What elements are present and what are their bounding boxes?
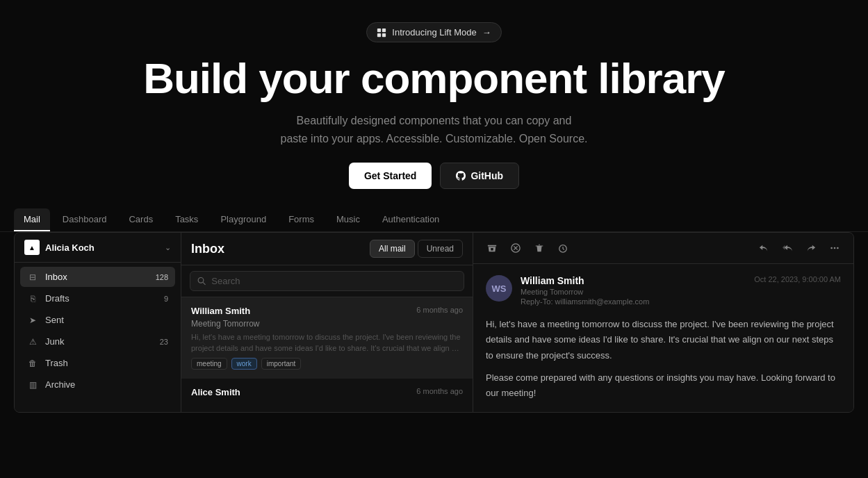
nav-label-junk: Junk bbox=[45, 336, 153, 347]
hero-buttons: Get Started GitHub bbox=[14, 163, 854, 189]
mail-date: 6 months ago bbox=[416, 306, 463, 314]
junk-icon: ⚠ bbox=[27, 337, 38, 347]
user-avatar-icon: ▲ bbox=[24, 240, 40, 255]
hero-subtitle: Beautifully designed components that you… bbox=[14, 112, 854, 147]
detail-panel: WS William Smith Meeting Tomorrow Reply-… bbox=[473, 233, 853, 412]
sidebar-nav: ⊟ Inbox 128 ⎘ Drafts 9 ➤ Sent ⚠ Junk 23 … bbox=[15, 263, 181, 412]
sidebar-item-trash[interactable]: 🗑 Trash bbox=[20, 353, 175, 373]
sidebar-item-junk[interactable]: ⚠ Junk 23 bbox=[20, 331, 175, 352]
hero-title: Build your component library bbox=[14, 55, 854, 102]
svg-line-5 bbox=[203, 283, 205, 285]
tag-important: important bbox=[261, 358, 302, 370]
svg-point-4 bbox=[198, 278, 204, 283]
tab-all-mail[interactable]: All mail bbox=[370, 240, 415, 258]
tab-playground[interactable]: Playground bbox=[211, 208, 276, 231]
tab-mail[interactable]: Mail bbox=[14, 208, 50, 231]
detail-mail-header: WS William Smith Meeting Tomorrow Reply-… bbox=[486, 275, 841, 306]
tab-cards[interactable]: Cards bbox=[119, 208, 163, 231]
get-started-button[interactable]: Get Started bbox=[349, 163, 432, 189]
toolbar-right bbox=[753, 238, 845, 258]
mail-app: ▲ Alicia Koch ⌄ ⊟ Inbox 128 ⎘ Drafts 9 ➤… bbox=[14, 232, 854, 413]
nav-label-inbox: Inbox bbox=[45, 272, 149, 282]
sidebar-user[interactable]: ▲ Alicia Koch bbox=[24, 240, 95, 255]
mail-sender: Alice Smith bbox=[191, 387, 240, 397]
inbox-search bbox=[181, 265, 473, 297]
junk-button[interactable] bbox=[505, 238, 526, 258]
nav-label-archive: Archive bbox=[45, 379, 161, 390]
archive-icon: ▥ bbox=[27, 380, 38, 390]
toolbar-left bbox=[482, 238, 573, 258]
sidebar-item-drafts[interactable]: ⎘ Drafts 9 bbox=[20, 288, 175, 308]
sidebar-item-sent[interactable]: ➤ Sent bbox=[20, 310, 175, 330]
inbox-tabs: All mail Unread bbox=[370, 240, 463, 258]
nav-label-sent: Sent bbox=[45, 315, 161, 325]
grid-icon bbox=[377, 28, 386, 38]
detail-sender-subject: Meeting Tomorrow bbox=[521, 288, 746, 296]
svg-rect-2 bbox=[377, 33, 381, 36]
nav-count-inbox: 128 bbox=[156, 273, 168, 281]
mail-date: 6 months ago bbox=[416, 387, 463, 395]
sent-icon: ➤ bbox=[27, 315, 38, 325]
tab-navigation: Mail Dashboard Cards Tasks Playground Fo… bbox=[0, 208, 868, 232]
inbox-header: Inbox All mail Unread bbox=[181, 233, 473, 265]
svg-rect-0 bbox=[377, 28, 381, 31]
mail-preview: Hi, let's have a meeting tomorrow to dis… bbox=[191, 332, 463, 354]
tag-work: work bbox=[231, 358, 257, 370]
detail-body: Hi, let's have a meeting tomorrow to dis… bbox=[486, 317, 841, 400]
tab-forms[interactable]: Forms bbox=[279, 208, 324, 231]
search-input[interactable] bbox=[211, 276, 457, 286]
tab-authentication[interactable]: Authentication bbox=[372, 208, 449, 231]
nav-label-trash: Trash bbox=[45, 358, 161, 368]
detail-sender-name: William Smith bbox=[521, 275, 746, 286]
svg-point-14 bbox=[837, 247, 839, 249]
mail-list: William Smith 6 months ago Meeting Tomor… bbox=[181, 297, 473, 412]
hero-section: Introducing Lift Mode → Build your compo… bbox=[0, 0, 868, 208]
tab-dashboard[interactable]: Dashboard bbox=[53, 208, 117, 231]
svg-point-13 bbox=[834, 247, 836, 249]
delete-button[interactable] bbox=[529, 238, 550, 258]
detail-toolbar bbox=[473, 233, 853, 264]
sidebar-item-inbox[interactable]: ⊟ Inbox 128 bbox=[20, 267, 175, 287]
mail-tags: meeting work important bbox=[191, 358, 463, 370]
tab-music[interactable]: Music bbox=[327, 208, 370, 231]
more-options-button[interactable] bbox=[824, 238, 845, 258]
tab-unread[interactable]: Unread bbox=[418, 240, 463, 258]
forward-button[interactable] bbox=[801, 238, 821, 258]
nav-label-drafts: Drafts bbox=[45, 293, 157, 304]
clock-button[interactable] bbox=[552, 238, 573, 258]
github-button[interactable]: GitHub bbox=[440, 163, 519, 189]
reply-all-button[interactable] bbox=[777, 238, 798, 258]
sidebar-username: Alicia Koch bbox=[45, 242, 95, 253]
avatar: WS bbox=[486, 275, 512, 302]
chevron-down-icon[interactable]: ⌄ bbox=[165, 243, 171, 252]
reply-button[interactable] bbox=[753, 238, 774, 258]
mail-item[interactable]: Alice Smith 6 months ago bbox=[181, 379, 473, 412]
lift-mode-badge[interactable]: Introducing Lift Mode → bbox=[366, 22, 501, 42]
mail-sidebar: ▲ Alicia Koch ⌄ ⊟ Inbox 128 ⎘ Drafts 9 ➤… bbox=[15, 233, 181, 412]
detail-body-para1: Hi, let's have a meeting tomorrow to dis… bbox=[486, 317, 841, 363]
mail-item-header: William Smith 6 months ago bbox=[191, 306, 463, 316]
detail-date: Oct 22, 2023, 9:00:00 AM bbox=[754, 275, 841, 306]
detail-sender-info: William Smith Meeting Tomorrow Reply-To:… bbox=[521, 275, 746, 306]
search-icon bbox=[197, 277, 206, 286]
trash-icon: 🗑 bbox=[27, 358, 38, 368]
nav-count-junk: 23 bbox=[160, 338, 168, 346]
inbox-panel: Inbox All mail Unread William Smith 6 mo… bbox=[181, 233, 473, 412]
github-icon bbox=[456, 171, 466, 181]
mail-item[interactable]: William Smith 6 months ago Meeting Tomor… bbox=[181, 297, 473, 379]
svg-rect-3 bbox=[382, 33, 386, 36]
inbox-icon: ⊟ bbox=[27, 272, 38, 282]
detail-sender-reply-to: Reply-To: williamsmith@example.com bbox=[521, 297, 746, 306]
sidebar-item-archive[interactable]: ▥ Archive bbox=[20, 374, 175, 395]
nav-count-drafts: 9 bbox=[164, 295, 168, 303]
tab-tasks[interactable]: Tasks bbox=[165, 208, 208, 231]
detail-content: WS William Smith Meeting Tomorrow Reply-… bbox=[473, 264, 853, 412]
search-wrapper[interactable] bbox=[190, 271, 464, 291]
archive-button[interactable] bbox=[482, 238, 502, 258]
svg-point-12 bbox=[830, 247, 833, 249]
mail-item-header: Alice Smith 6 months ago bbox=[191, 387, 463, 397]
badge-text: Introducing Lift Mode bbox=[392, 27, 476, 38]
sidebar-header: ▲ Alicia Koch ⌄ bbox=[15, 233, 181, 263]
tag-meeting: meeting bbox=[191, 358, 227, 370]
mail-subject: Meeting Tomorrow bbox=[191, 319, 463, 329]
